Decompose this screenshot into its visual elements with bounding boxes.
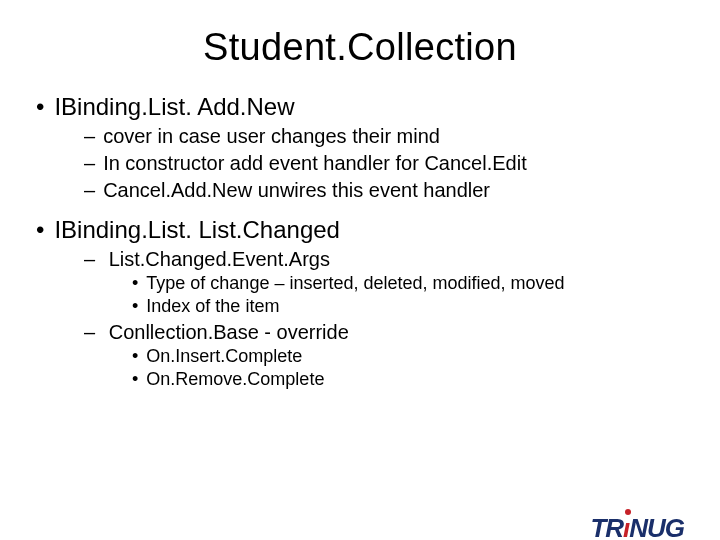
bullet-lvl2: – Conllection.Base - override [36,321,680,344]
bullet-text: In constructor add event handler for Can… [103,152,527,174]
bullet-text: Index of the item [146,296,279,316]
logo-part-nug: NUG [629,513,684,540]
disc-icon: • [132,296,138,316]
disc-icon: • [132,346,138,366]
bullet-lvl3: •Type of change – inserted, deleted, mod… [36,273,680,294]
slide-title: Student.Collection [0,26,720,69]
bullet-lvl3: •Index of the item [36,296,680,317]
bullet-lvl2: –Cancel.Add.New unwires this event handl… [36,179,680,202]
bullet-text: On.Insert.Complete [146,346,302,366]
bullet-lvl3: •On.Remove.Complete [36,369,680,390]
logo-main: TRıNUG [590,523,684,540]
disc-icon: • [132,273,138,293]
slide-content: •IBinding.List. Add.New –cover in case u… [0,93,720,390]
bullet-text: IBinding.List. Add.New [54,93,294,120]
disc-icon: • [36,93,44,120]
bullet-text: Type of change – inserted, deleted, modi… [146,273,564,293]
bullet-text: Cancel.Add.New unwires this event handle… [103,179,490,201]
trinug-logo: TRıNUG TriangleNet User Group [590,515,702,540]
bullet-lvl2: –cover in case user changes their mind [36,125,680,148]
dash-icon: – [84,321,95,343]
dash-icon: – [84,152,95,174]
logo-part-tr: TR [590,513,623,540]
bullet-lvl2: –In constructor add event handler for Ca… [36,152,680,175]
bullet-text: cover in case user changes their mind [103,125,440,147]
dash-icon: – [84,248,95,270]
dash-icon: – [84,179,95,201]
disc-icon: • [132,369,138,389]
bullet-text: Conllection.Base - override [109,321,349,343]
bullet-lvl3: •On.Insert.Complete [36,346,680,367]
dash-icon: – [84,125,95,147]
slide: Student.Collection •IBinding.List. Add.N… [0,26,720,540]
bullet-lvl2: – List.Changed.Event.Args [36,248,680,271]
logo-part-i: ı [623,513,629,540]
bullet-text: On.Remove.Complete [146,369,324,389]
bullet-text: List.Changed.Event.Args [109,248,330,270]
disc-icon: • [36,216,44,243]
bullet-lvl1: •IBinding.List. Add.New [36,93,680,121]
bullet-lvl1: •IBinding.List. List.Changed [36,216,680,244]
bullet-text: IBinding.List. List.Changed [54,216,340,243]
